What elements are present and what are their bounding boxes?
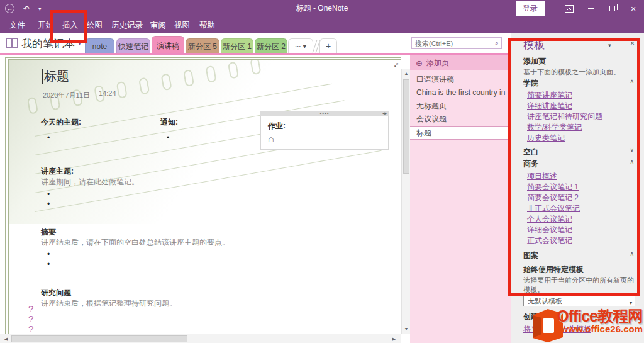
lecture-topic-label[interactable]: 讲座主题: [41, 166, 74, 177]
bullet: • [47, 200, 50, 208]
page-editor[interactable]: 标题 2020年7月11日 14:24 今天的主题: 通知: • • ••••◂… [0, 55, 410, 343]
scroll-left-icon[interactable]: ◀ [1, 334, 11, 343]
notice-label[interactable]: 通知: [160, 117, 178, 128]
page-list-item[interactable]: 无标题页 [410, 99, 511, 113]
section-tab-new5[interactable]: 新分区 5 [186, 38, 219, 53]
watermark-url: www.office26.com [557, 324, 643, 334]
search-input[interactable] [415, 38, 489, 48]
homework-container[interactable]: ••••◂▸ 作业: ⌂ [260, 111, 389, 150]
bullet: • [47, 133, 50, 142]
watermark-brand: Office教程网 [557, 308, 643, 324]
highlight-box-templates-pane [508, 38, 640, 296]
vertical-scroll-thumb[interactable] [403, 79, 409, 174]
menu-tab-history[interactable]: 历史记录 [111, 17, 143, 33]
search-box: ⌕ [411, 37, 502, 49]
window-controls: 登录 × [516, 0, 644, 17]
login-button[interactable]: 登录 [516, 1, 545, 16]
bullet: • [47, 260, 50, 269]
today-topic-label[interactable]: 今天的主题: [41, 117, 81, 128]
section-tab-quick-notes[interactable]: 快速笔记 [116, 38, 150, 53]
lecture-hint[interactable]: 讲座期间，请在此处做笔记。 [41, 177, 139, 188]
onenote-window: ← ↶ ▾ 标题 - OneNote 登录 × 文件 开始 插入 绘图 历史记录… [0, 0, 644, 343]
highlight-box-insert-tab [50, 10, 87, 43]
add-page-button[interactable]: ⊕ 添加页 [410, 55, 511, 70]
watermark: Office教程网 www.office26.com [529, 308, 643, 343]
notebook-icon [6, 38, 18, 50]
pages-panel: ⊕ 添加页 口语演讲稿 China is the first country i… [410, 55, 511, 343]
new-section-tab[interactable]: + [319, 38, 337, 53]
menu-tab-draw[interactable]: 绘图 [87, 17, 103, 33]
menu-tab-help[interactable]: 帮助 [199, 17, 215, 33]
horizontal-scrollbar[interactable]: ◀ ▶ [0, 334, 401, 343]
restore-icon[interactable] [601, 0, 623, 17]
ribbon-display-options-icon[interactable] [558, 0, 580, 17]
bullet: • [167, 133, 169, 142]
minimize-icon[interactable] [580, 0, 601, 17]
default-template-dropdown[interactable]: 无默认模板 ▾ [523, 296, 635, 306]
question-mark: ? [28, 303, 33, 314]
bullet: • [47, 250, 50, 259]
note-container-handle[interactable]: ••••◂▸ [260, 111, 389, 116]
page-date: 2020年7月11日 [43, 91, 90, 100]
titlebar: ← ↶ ▾ 标题 - OneNote 登录 × [0, 0, 644, 17]
section-tab-new2[interactable]: 新分区 2 [255, 38, 287, 53]
page-list-item[interactable]: 口语演讲稿 [410, 73, 511, 86]
page-title[interactable]: 标题 [44, 68, 69, 85]
text-cursor [42, 69, 43, 84]
note-page[interactable]: 标题 2020年7月11日 14:24 今天的主题: 通知: • • ••••◂… [5, 57, 401, 334]
section-tab-lecture-active[interactable]: 演讲稿 [152, 36, 184, 53]
vertical-scrollbar[interactable]: ▲ ▼ [401, 69, 410, 334]
homework-label[interactable]: 作业: [268, 121, 286, 130]
close-icon[interactable]: × [623, 0, 644, 17]
page-list-item[interactable]: 会议议题 [410, 113, 511, 126]
horizontal-scroll-thumb[interactable] [11, 335, 187, 342]
section-tab-more[interactable]: ⋯ ▾ [288, 38, 313, 53]
section-tab-note[interactable]: note [85, 38, 114, 53]
add-page-icon: ⊕ [416, 59, 423, 68]
search-icon[interactable]: ⌕ [495, 39, 499, 47]
menu-tab-review[interactable]: 审阅 [150, 17, 166, 33]
dropdown-caret-icon: ▾ [630, 298, 632, 308]
scroll-right-icon[interactable]: ▶ [389, 334, 399, 343]
page-list-item[interactable]: China is the first country in the [410, 86, 511, 99]
scroll-up-icon[interactable]: ▲ [402, 69, 411, 78]
section-tab-new1[interactable]: 新分区 1 [221, 38, 253, 53]
menu-tab-file[interactable]: 文件 [9, 17, 25, 33]
page-list-item-selected[interactable]: 标题 [410, 126, 511, 140]
bullet: • [47, 190, 50, 199]
ribbon-menubar: 文件 开始 插入 绘图 历史记录 审阅 视图 帮助 [0, 17, 644, 33]
home-icon: ⌂ [268, 133, 274, 145]
question-mark: ? [28, 313, 33, 324]
page-time: 14:24 [99, 89, 116, 97]
summary-hint[interactable]: 讲座结束后，请在下面的空白处总结该讲座主题的要点。 [41, 237, 230, 248]
summary-label[interactable]: 摘要 [41, 227, 56, 238]
scroll-down-icon[interactable]: ▼ [402, 325, 411, 334]
research-hint[interactable]: 讲座结束后，根据笔记整理待研究问题。 [41, 298, 177, 309]
title-rule [42, 87, 199, 87]
menu-tab-view[interactable]: 视图 [174, 17, 190, 33]
research-label[interactable]: 研究问题 [41, 288, 71, 298]
